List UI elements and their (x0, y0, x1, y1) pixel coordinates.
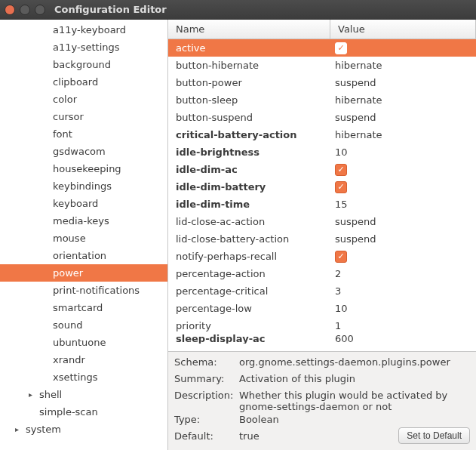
sidebar-item-label: ubuntuone (53, 337, 106, 348)
checkbox-icon[interactable] (335, 164, 347, 176)
sidebar-item-color[interactable]: color (0, 91, 167, 108)
setting-name: percentage-action (168, 268, 330, 279)
expand-arrow-icon[interactable]: ▸ (15, 425, 24, 433)
setting-name: button-power (168, 77, 330, 88)
sidebar-item-clipboard[interactable]: clipboard (0, 73, 167, 91)
table-row[interactable]: button-hibernatehibernate (168, 57, 476, 74)
table-row[interactable]: percentage-action2 (168, 265, 476, 282)
sidebar-item-orientation[interactable]: orientation (0, 247, 167, 264)
description-value: Whether this plugin would be activated b… (239, 390, 470, 412)
titlebar: Configuration Editor (0, 0, 476, 20)
setting-value[interactable]: 1 (330, 320, 476, 331)
table-row[interactable]: lid-close-ac-actionsuspend (168, 213, 476, 230)
setting-name: percentage-low (168, 303, 330, 314)
sidebar-item-label: clipboard (53, 76, 98, 88)
expand-arrow-icon[interactable]: ▸ (29, 390, 38, 399)
sidebar-item-print-notifications[interactable]: print-notifications (0, 282, 167, 299)
table-row[interactable]: idle-dim-ac (168, 161, 476, 178)
table-row[interactable]: sleep-display-ac600 (168, 334, 476, 344)
setting-value[interactable] (330, 250, 476, 263)
sidebar-item-sound[interactable]: sound (0, 316, 167, 334)
table-row[interactable]: idle-brightness10 (168, 143, 476, 161)
content-area: a11y-keyboarda11y-settingsbackgroundclip… (0, 20, 476, 450)
setting-name: idle-dim-ac (168, 164, 330, 175)
table-row[interactable]: percentage-critical3 (168, 282, 476, 300)
main-panel: Name Value activebutton-hibernatehiberna… (168, 20, 476, 450)
sidebar-item-a11y-settings[interactable]: a11y-settings (0, 39, 167, 56)
summary-label: Summary: (174, 373, 239, 384)
setting-value[interactable]: 600 (330, 334, 476, 344)
table-row[interactable]: button-powersuspend (168, 74, 476, 91)
set-to-default-button[interactable]: Set to Default (398, 427, 470, 444)
sidebar-item-xsettings[interactable]: xsettings (0, 368, 167, 386)
setting-name: lid-close-battery-action (168, 233, 330, 245)
sidebar-item-background[interactable]: background (0, 56, 167, 73)
checkbox-icon[interactable] (335, 181, 347, 193)
sidebar-item-xrandr[interactable]: xrandr (0, 351, 167, 368)
sidebar-tree[interactable]: a11y-keyboarda11y-settingsbackgroundclip… (0, 20, 168, 450)
table-row[interactable]: critical-battery-actionhibernate (168, 126, 476, 143)
setting-value[interactable]: suspend (330, 216, 476, 227)
table-row[interactable]: percentage-low10 (168, 300, 476, 317)
setting-value[interactable]: hibernate (330, 94, 476, 106)
sidebar-item-keybindings[interactable]: keybindings (0, 177, 167, 195)
sidebar-item-gsdwacom[interactable]: gsdwacom (0, 143, 167, 160)
sidebar-item-keyboard[interactable]: keyboard (0, 195, 167, 212)
setting-name: idle-brightness (168, 146, 330, 158)
sidebar-item-housekeeping[interactable]: housekeeping (0, 160, 167, 177)
setting-value[interactable]: suspend (330, 233, 476, 245)
table-row[interactable]: idle-dim-battery (168, 178, 476, 196)
table-row[interactable]: button-suspendsuspend (168, 109, 476, 126)
setting-value[interactable]: suspend (330, 112, 476, 123)
table-row[interactable]: button-sleephibernate (168, 91, 476, 109)
table-row[interactable]: lid-close-battery-actionsuspend (168, 230, 476, 248)
table-header: Name Value (168, 20, 476, 39)
sidebar-item-cursor[interactable]: cursor (0, 108, 167, 125)
sidebar-item-label: shell (39, 389, 62, 400)
setting-value[interactable]: 15 (330, 199, 476, 210)
sidebar-item-power[interactable]: power (0, 264, 167, 282)
sidebar-item-label: a11y-keyboard (53, 24, 126, 35)
sidebar-item-simple-scan[interactable]: simple-scan (0, 403, 167, 421)
table-row[interactable]: active (168, 39, 476, 57)
schema-value: org.gnome.settings-daemon.plugins.power (239, 356, 470, 368)
checkbox-icon[interactable] (335, 42, 347, 54)
setting-value[interactable] (330, 163, 476, 176)
sidebar-item-label: keyboard (53, 198, 98, 209)
setting-name: lid-close-ac-action (168, 216, 330, 227)
column-header-name[interactable]: Name (168, 20, 330, 39)
setting-value[interactable]: 10 (330, 146, 476, 158)
setting-name: button-hibernate (168, 60, 330, 71)
sidebar-item-ubuntuone[interactable]: ubuntuone (0, 334, 167, 351)
minimize-icon[interactable] (20, 5, 30, 15)
table-body: activebutton-hibernatehibernatebutton-po… (168, 39, 476, 344)
setting-value[interactable]: suspend (330, 77, 476, 88)
sidebar-item-mouse[interactable]: mouse (0, 230, 167, 247)
setting-value[interactable]: 3 (330, 285, 476, 297)
maximize-icon[interactable] (35, 5, 45, 15)
sidebar-item-label: gsdwacom (53, 146, 106, 157)
sidebar-item-media-keys[interactable]: media-keys (0, 212, 167, 230)
sidebar-item-system[interactable]: ▸system (0, 421, 167, 438)
setting-value[interactable] (330, 42, 476, 54)
default-label: Default: (174, 430, 239, 442)
setting-name: active (168, 42, 330, 54)
table-row[interactable]: priority1 (168, 317, 476, 334)
window-title: Configuration Editor (54, 4, 167, 15)
schema-label: Schema: (174, 356, 239, 368)
sidebar-item-a11y-keyboard[interactable]: a11y-keyboard (0, 21, 167, 39)
sidebar-item-font[interactable]: font (0, 125, 167, 143)
close-icon[interactable] (5, 5, 15, 15)
sidebar-item-smartcard[interactable]: smartcard (0, 299, 167, 316)
table-row[interactable]: idle-dim-time15 (168, 196, 476, 213)
setting-value[interactable]: 2 (330, 268, 476, 279)
table-row[interactable]: notify-perhaps-recall (168, 248, 476, 265)
checkbox-icon[interactable] (335, 251, 347, 263)
setting-value[interactable]: 10 (330, 303, 476, 314)
setting-value[interactable] (330, 180, 476, 193)
sidebar-item-label: color (53, 94, 77, 105)
setting-value[interactable]: hibernate (330, 60, 476, 71)
sidebar-item-shell[interactable]: ▸shell (0, 386, 167, 403)
column-header-value[interactable]: Value (330, 20, 476, 39)
setting-value[interactable]: hibernate (330, 129, 476, 140)
